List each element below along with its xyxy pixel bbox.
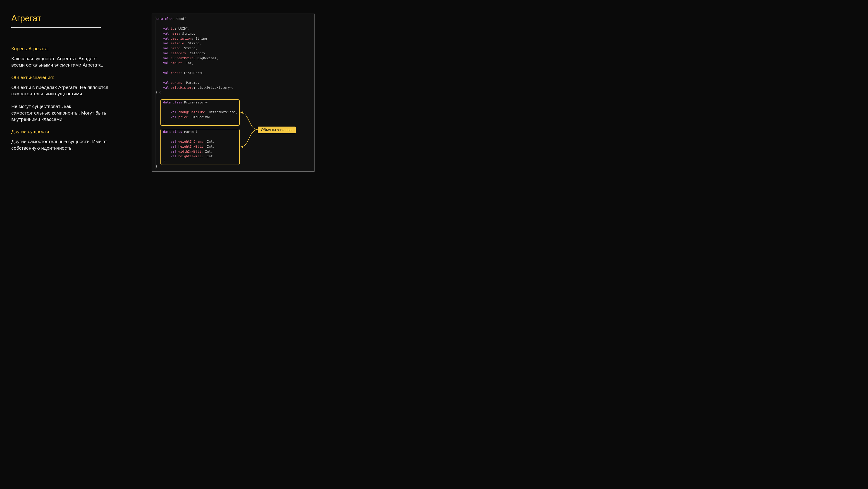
section-body-other-entities: Другие самостоятельные сущности. Имеют с… (11, 138, 111, 151)
code-line: val amount: Int, (155, 61, 314, 66)
code-line: val widthInMilli: Int, (155, 149, 314, 154)
code-line: val name: String, (155, 31, 314, 36)
section-body-value-objects-1: Объекты в пределах Агрегата. Не являются… (11, 84, 111, 97)
code-line: ) { (155, 90, 314, 95)
callout-value-objects: Объекты-значения (258, 127, 296, 133)
left-column: Агрегат Корень Агрегата: Ключевая сущнос… (11, 13, 111, 187)
code-line (155, 134, 314, 140)
code-line (155, 105, 314, 110)
slide: Агрегат Корень Агрегата: Ключевая сущнос… (0, 0, 347, 195)
code-line: val priceHistory: List<PriceHistory>, (155, 85, 314, 90)
code-line: val changeDateTime: OffsetDateTime, (155, 110, 314, 115)
code-line: val heightInMilli: Int, (155, 144, 314, 149)
section-heading-value-objects: Объекты-значения: (11, 75, 111, 80)
code-block: data class Good( val id: UUID?, val name… (155, 17, 314, 169)
code-line (155, 75, 314, 80)
code-line: val weightInGrams: Int, (155, 139, 314, 144)
section-heading-root: Корень Агрегата: (11, 46, 111, 51)
code-line: val currentPrice: BigDecimal, (155, 56, 314, 61)
code-line: val article: String, (155, 41, 314, 46)
right-column: data class Good( val id: UUID?, val name… (152, 13, 336, 187)
code-line: val heightImMilli: Int (155, 154, 314, 159)
code-line: val brand: String, (155, 46, 314, 51)
title-rule (11, 27, 101, 28)
code-line: val params: Params, (155, 80, 314, 85)
code-line: data class Good( (155, 17, 314, 22)
code-line: ) (155, 120, 314, 124)
code-line (155, 22, 314, 27)
code-line (155, 66, 314, 71)
code-line: } (155, 164, 314, 169)
code-panel: data class Good( val id: UUID?, val name… (152, 13, 314, 172)
code-line: val carts: List<Cart>, (155, 71, 314, 75)
code-line: val description: String, (155, 36, 314, 41)
code-line: val id: UUID?, (155, 26, 314, 31)
code-line: ) (155, 159, 314, 164)
code-line: val price: BigDecimal (155, 115, 314, 120)
slide-title: Агрегат (11, 13, 111, 23)
code-line: val category: Category, (155, 51, 314, 56)
code-line: data class PriceHistory( (155, 100, 314, 105)
section-heading-other-entities: Другие сущности: (11, 129, 111, 134)
section-body-value-objects-2: Не могут существовать как самостоятельны… (11, 103, 111, 122)
section-body-root: Ключевая сущность Агрегата. Владеет всем… (11, 56, 111, 68)
code-line (155, 95, 314, 100)
